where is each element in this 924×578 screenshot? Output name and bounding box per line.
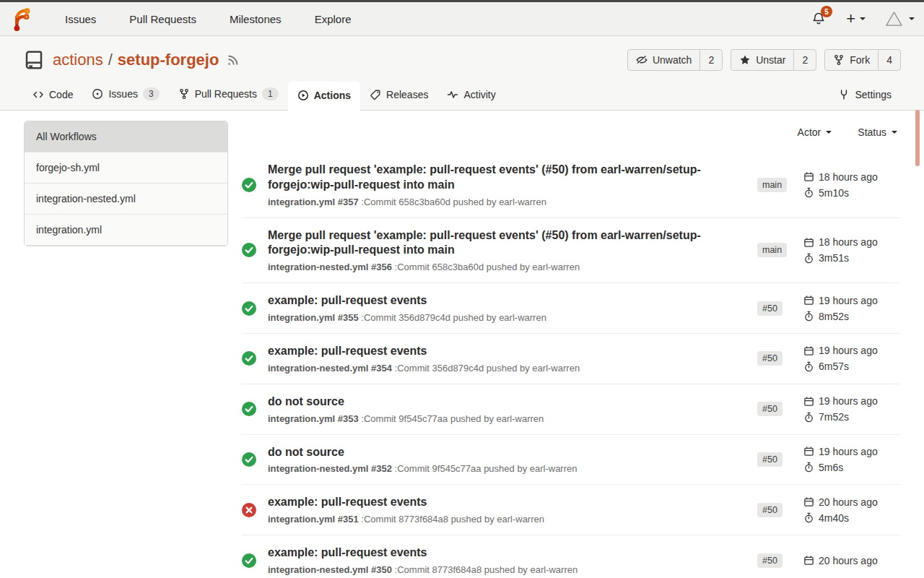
- calendar-icon: [803, 345, 814, 356]
- tab-releases[interactable]: Releases: [360, 81, 437, 110]
- run-status-icon: [242, 503, 256, 517]
- run-title-link[interactable]: example: pull-request events: [268, 545, 730, 561]
- run-meta: 19 hours ago 7m52s: [803, 395, 900, 423]
- run-time: 19 hours ago: [803, 295, 900, 306]
- tab-activity[interactable]: Activity: [437, 81, 505, 110]
- chevron-down-icon: [826, 131, 832, 137]
- run-status-icon: [242, 452, 256, 467]
- run-meta: 19 hours ago 6m57s: [803, 345, 900, 372]
- status-filter-label: Status: [858, 126, 886, 138]
- run-time: 19 hours ago: [803, 395, 900, 407]
- run-ref-badge[interactable]: #50: [757, 503, 783, 517]
- sidebar-workflow-item[interactable]: integration-nested.yml: [25, 184, 227, 215]
- run-ref-badge[interactable]: #50: [757, 351, 783, 366]
- pull-requests-count-badge: 1: [262, 87, 279, 100]
- notifications-button[interactable]: 5: [811, 12, 826, 26]
- chevron-down-icon: [860, 17, 866, 23]
- run-title-link[interactable]: Merge pull request 'example: pull-reques…: [268, 228, 730, 259]
- breadcrumb-owner-link[interactable]: actions: [53, 51, 103, 69]
- unwatch-button[interactable]: Unwatch 2: [627, 49, 723, 71]
- run-time: 18 hours ago: [803, 236, 900, 248]
- stopwatch-icon: [803, 253, 814, 264]
- fork-button[interactable]: Fork 4: [824, 49, 901, 71]
- run-duration: 5m6s: [803, 462, 900, 473]
- run-ref-badge[interactable]: main: [757, 178, 787, 192]
- run-ref-badge[interactable]: #50: [757, 402, 783, 416]
- run-commit-info: :Commit 658c3ba60d pushed by earl-warren: [395, 262, 580, 272]
- run-ref-badge[interactable]: main: [757, 243, 787, 257]
- calendar-icon: [803, 237, 814, 248]
- nav-link-issues[interactable]: Issues: [48, 13, 113, 25]
- run-duration: 8m52s: [803, 311, 900, 322]
- fork-label: Fork: [850, 54, 870, 66]
- run-meta: 19 hours ago 8m52s: [803, 295, 900, 322]
- run-meta: 20 hours ago 4m40s: [803, 496, 900, 524]
- run-status-icon: [242, 301, 256, 316]
- run-duration: 7m52s: [803, 411, 900, 423]
- run-subtitle: integration.yml #355 :Commit 356d879c4d …: [268, 312, 737, 323]
- run-filters: Actor Status: [242, 121, 900, 152]
- run-title-link[interactable]: example: pull-request events: [268, 293, 730, 309]
- nav-link-pull-requests[interactable]: Pull Requests: [113, 13, 213, 25]
- rss-icon[interactable]: [227, 53, 240, 66]
- run-title-link[interactable]: example: pull-request events: [268, 344, 730, 359]
- run-ref-badge[interactable]: #50: [757, 301, 783, 316]
- stopwatch-icon: [803, 361, 814, 372]
- workflow-run-row: example: pull-request events integration…: [242, 484, 900, 535]
- tab-pull-requests[interactable]: Pull Requests 1: [169, 79, 288, 110]
- sidebar-workflow-item[interactable]: All Workflows: [25, 121, 227, 152]
- run-workflow-ref: integration.yml #351: [268, 514, 359, 525]
- actor-filter-dropdown[interactable]: Actor: [798, 126, 832, 138]
- unstar-button[interactable]: Unstar 2: [731, 49, 816, 71]
- tab-code[interactable]: Code: [23, 81, 82, 110]
- workflow-run-row: do not source integration-nested.yml #35…: [242, 434, 900, 485]
- run-ref-badge[interactable]: #50: [757, 553, 783, 568]
- run-title-link[interactable]: do not source: [268, 445, 730, 460]
- forks-count[interactable]: 4: [878, 50, 900, 70]
- calendar-icon: [803, 555, 814, 566]
- tab-label: Releases: [386, 89, 428, 100]
- scrollbar-thumb[interactable]: [915, 110, 920, 166]
- run-title-link[interactable]: do not source: [268, 394, 730, 410]
- run-time: 19 hours ago: [803, 446, 900, 457]
- run-time: 19 hours ago: [803, 345, 900, 356]
- tab-label: Pull Requests: [195, 88, 257, 100]
- tab-issues[interactable]: Issues 3: [82, 79, 168, 110]
- forgejo-logo-icon[interactable]: [9, 7, 34, 31]
- user-menu-button[interactable]: [884, 9, 915, 29]
- calendar-icon: [803, 295, 814, 306]
- breadcrumb-repo-link[interactable]: setup-forgejo: [118, 51, 219, 69]
- run-commit-info: :Commit 658c3ba60d pushed by earl-warren: [361, 197, 546, 207]
- stars-count[interactable]: 2: [793, 50, 816, 70]
- run-subtitle: integration-nested.yml #352 :Commit 9f54…: [268, 463, 737, 474]
- sidebar-workflow-item[interactable]: integration.yml: [25, 215, 227, 246]
- notification-count-badge: 5: [821, 6, 832, 17]
- run-commit-info: :Commit 8773f684a8 pushed by earl-warren: [361, 514, 544, 525]
- top-navbar: Issues Pull Requests Milestones Explore …: [0, 2, 924, 36]
- nav-link-milestones[interactable]: Milestones: [213, 13, 298, 25]
- tab-settings[interactable]: Settings: [829, 81, 901, 110]
- stopwatch-icon: [803, 311, 814, 322]
- nav-link-explore[interactable]: Explore: [298, 13, 368, 25]
- fork-icon: [833, 54, 845, 66]
- run-status-icon: [242, 402, 256, 416]
- run-commit-info: :Commit 8773f684a8 pushed by earl-warren: [395, 564, 578, 575]
- unstar-label: Unstar: [756, 54, 785, 66]
- workflow-run-row: Merge pull request 'example: pull-reques…: [242, 217, 900, 283]
- sidebar-workflow-item[interactable]: forgejo-sh.yml: [25, 152, 227, 184]
- stopwatch-icon: [803, 412, 814, 423]
- run-time: 20 hours ago: [803, 555, 900, 566]
- run-title-link[interactable]: Merge pull request 'example: pull-reques…: [268, 163, 730, 193]
- stopwatch-icon: [803, 462, 814, 473]
- watchers-count[interactable]: 2: [699, 50, 722, 70]
- create-new-button[interactable]: +: [846, 11, 866, 27]
- run-title-link[interactable]: example: pull-request events: [268, 495, 730, 510]
- run-subtitle: integration.yml #353 :Commit 9f545c77aa …: [268, 413, 737, 424]
- run-ref-badge[interactable]: #50: [757, 452, 783, 467]
- tab-actions[interactable]: Actions: [288, 82, 360, 111]
- tag-icon: [370, 89, 381, 100]
- repository-icon: [23, 49, 45, 71]
- calendar-icon: [803, 446, 814, 457]
- status-filter-dropdown[interactable]: Status: [858, 126, 897, 138]
- run-status-icon: [242, 178, 256, 192]
